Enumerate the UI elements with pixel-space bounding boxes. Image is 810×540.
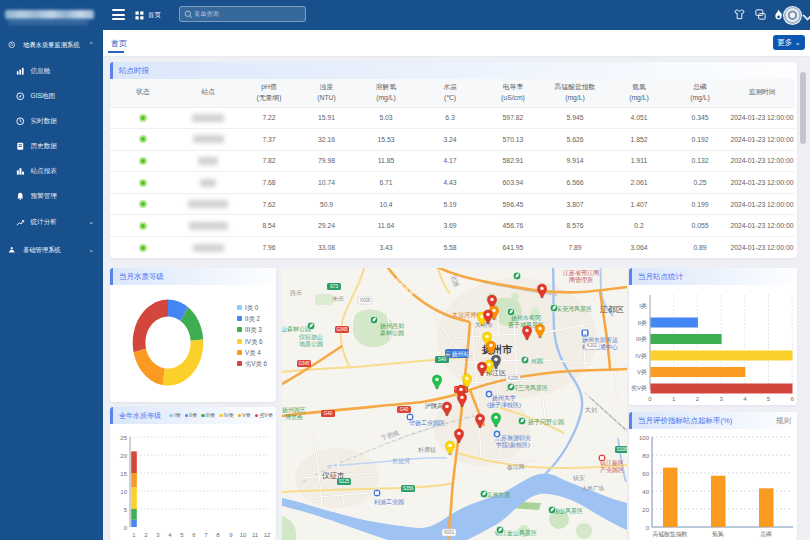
svg-text:K205: K205: [508, 376, 519, 381]
svg-text:氨氮: 氨氮: [712, 530, 724, 537]
svg-text:8: 8: [216, 532, 220, 538]
svg-text:1: 1: [672, 396, 676, 402]
svg-text:镇安: 镇安: [572, 474, 585, 481]
svg-text:5: 5: [180, 532, 184, 538]
svg-text:3: 3: [719, 396, 723, 402]
svg-text:扬州西郊: 扬州西郊: [380, 323, 404, 330]
svg-text:X006: X006: [360, 298, 371, 303]
svg-text:S125: S125: [339, 479, 350, 484]
svg-text:20: 20: [120, 453, 127, 459]
svg-text:S73: S73: [330, 284, 339, 289]
svg-text:10: 10: [120, 489, 127, 495]
svg-text:20: 20: [642, 507, 649, 513]
svg-text:地质公园: 地质公园: [299, 341, 323, 348]
svg-text:5: 5: [124, 507, 128, 513]
svg-text:S336: S336: [617, 447, 627, 452]
svg-text:利浦工业园: 利浦工业园: [373, 498, 404, 506]
svg-text:III类: III类: [636, 336, 647, 342]
svg-text:12: 12: [264, 532, 271, 538]
svg-text:0: 0: [648, 396, 652, 402]
svg-text:11: 11: [252, 532, 259, 538]
svg-text:100: 100: [639, 435, 650, 441]
svg-text:15: 15: [120, 471, 127, 477]
svg-text:25: 25: [120, 435, 127, 441]
svg-text:4: 4: [743, 396, 747, 402]
svg-text:江苏省邗江闸: 江苏省邗江闸: [563, 269, 599, 277]
svg-text:焦山风景区: 焦山风景区: [553, 507, 583, 515]
svg-text:3: 3: [156, 532, 160, 538]
svg-text:朴席镇: 朴席镇: [417, 446, 436, 453]
svg-text:2: 2: [144, 532, 148, 538]
svg-text:扬子问野公园: 扬子问野公园: [528, 418, 564, 426]
svg-text:森林公园: 森林公园: [380, 330, 404, 337]
svg-text:🚆扬州站: 🚆扬州站: [444, 350, 470, 358]
svg-text:闸管理所: 闸管理所: [569, 276, 593, 284]
svg-text:江都区: 江都区: [599, 305, 624, 314]
svg-text:人民广场: 人民广场: [582, 485, 604, 492]
svg-text:40: 40: [642, 489, 649, 495]
svg-text:S49: S49: [438, 357, 447, 362]
svg-text:1: 1: [132, 532, 136, 538]
svg-text:0: 0: [646, 525, 650, 531]
svg-text:博览会: 博览会: [285, 414, 303, 421]
svg-text:学院(新校区): 学院(新校区): [496, 441, 530, 449]
svg-text:瓜洲古渡: 瓜洲古渡: [486, 491, 510, 499]
svg-text:I类: I类: [639, 303, 647, 309]
svg-text:茱萸湾风景区: 茱萸湾风景区: [556, 305, 592, 313]
svg-text:S356: S356: [403, 486, 414, 491]
svg-text:西庄: 西庄: [290, 289, 302, 297]
svg-text:朱庄: 朱庄: [332, 295, 344, 302]
svg-text:K202: K202: [587, 343, 598, 348]
svg-text:扬州大学: 扬州大学: [492, 394, 516, 402]
svg-text:6: 6: [791, 396, 795, 402]
svg-text:II类: II类: [638, 320, 647, 326]
svg-text:10: 10: [240, 532, 247, 538]
svg-text:G345: G345: [298, 361, 310, 366]
svg-text:4: 4: [168, 532, 172, 538]
svg-text:总磷: 总磷: [759, 531, 772, 537]
svg-text:0: 0: [124, 525, 128, 531]
svg-text:IV类: IV类: [635, 353, 647, 359]
svg-text:V类: V类: [637, 369, 647, 375]
svg-text:5: 5: [767, 396, 771, 402]
svg-text:9: 9: [229, 532, 233, 538]
svg-text:扬州市蜀冈: 扬州市蜀冈: [511, 314, 541, 322]
svg-text:(扬子津校区): (扬子津校区): [487, 401, 521, 409]
svg-text:山森林公园: 山森林公园: [282, 326, 311, 333]
svg-text:劣V类: 劣V类: [631, 385, 647, 392]
svg-text:仪征捺山: 仪征捺山: [299, 333, 323, 341]
svg-text:古运河: 古运河: [392, 458, 410, 465]
svg-text:产业园区: 产业园区: [600, 466, 624, 474]
svg-text:何园: 何园: [531, 358, 543, 365]
svg-text:6: 6: [192, 532, 196, 538]
svg-text:2: 2: [696, 396, 700, 402]
svg-text:G40: G40: [324, 411, 333, 416]
svg-text:7: 7: [204, 532, 208, 538]
svg-text:G40: G40: [400, 407, 409, 412]
svg-text:60: 60: [642, 471, 649, 477]
svg-text:大刘: 大刘: [585, 406, 597, 414]
svg-text:扬州园艺: 扬州园艺: [282, 406, 306, 414]
svg-text:高锰酸盐指数: 高锰酸盐指数: [653, 531, 688, 538]
svg-text:80: 80: [642, 453, 649, 459]
svg-text:G345: G345: [336, 327, 348, 332]
svg-text:X001: X001: [444, 530, 455, 535]
svg-text:华扬工业园区: 华扬工业园区: [409, 419, 445, 427]
